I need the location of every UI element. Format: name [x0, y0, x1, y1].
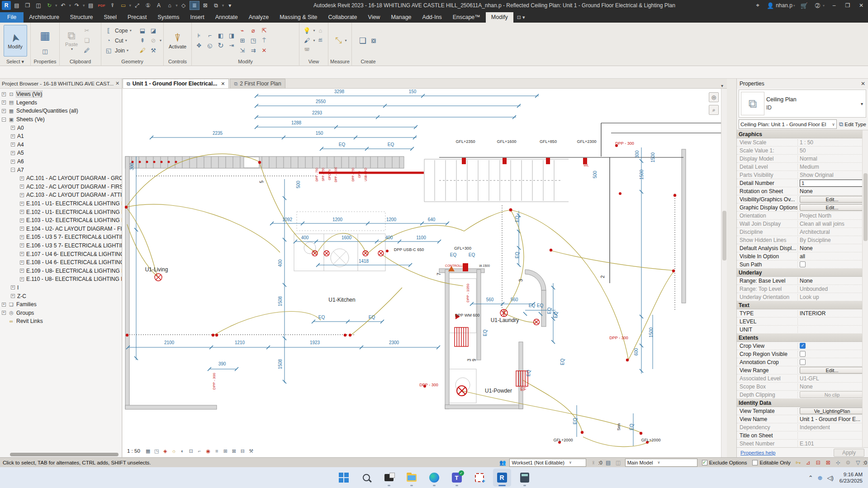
- tree-item-e-110-u8-electrical-lighting-p[interactable]: +E.110 - U8- ELECTRICAL& LIGHTING P: [0, 275, 122, 284]
- design-option-dropdown[interactable]: Main Model ∨: [625, 459, 697, 467]
- annotation-text[interactable]: EQ: [318, 315, 325, 320]
- align-icon[interactable]: ⊧: [194, 31, 204, 40]
- annotation-text[interactable]: 3298: [334, 89, 345, 94]
- panel-label-modify[interactable]: Modify: [192, 58, 299, 66]
- annotation-text[interactable]: EQ: [560, 359, 565, 365]
- paint-icon[interactable]: 🖌: [138, 46, 147, 55]
- annotation-text[interactable]: U1-Kitchen: [328, 297, 355, 303]
- annotation-text[interactable]: EQ: [388, 142, 394, 147]
- view-scale-button[interactable]: 1 : 50: [127, 448, 140, 454]
- section-header-text[interactable]: Text»: [737, 301, 868, 309]
- section-icon[interactable]: ◇: [179, 1, 189, 10]
- switch-windows-icon[interactable]: ⧉: [211, 1, 221, 10]
- delete-icon[interactable]: ✕: [259, 46, 269, 55]
- property-value[interactable]: None: [798, 187, 868, 195]
- annotation-text[interactable]: 9: [472, 359, 477, 361]
- annotation-text[interactable]: EQ: [339, 142, 346, 147]
- volume-icon[interactable]: ◁): [827, 474, 834, 481]
- annotation-text[interactable]: U1-Laundry: [491, 317, 519, 323]
- annotation-text[interactable]: 400: [301, 235, 309, 240]
- no-clip-button[interactable]: No clip: [800, 391, 864, 398]
- annotation-text[interactable]: EQ: [469, 252, 475, 257]
- crop-view-icon[interactable]: ⊡: [187, 447, 195, 455]
- zoom-tool-icon[interactable]: ⌕: [709, 105, 719, 115]
- panel-label-geometry[interactable]: Geometry: [101, 58, 163, 66]
- annotation-text[interactable]: CONTROLLER: [445, 264, 467, 267]
- annotation-text[interactable]: GFL+2000: [554, 438, 573, 442]
- print-icon[interactable]: ▤: [86, 1, 96, 10]
- annotation-text[interactable]: U1-Living: [145, 266, 168, 273]
- panel-label-controls[interactable]: Controls: [164, 58, 191, 66]
- hide-category-icon[interactable]: ◚: [302, 46, 312, 55]
- annotation-text[interactable]: EQ: [515, 252, 520, 259]
- analytical-model-icon[interactable]: ⊠: [230, 447, 238, 455]
- start-button[interactable]: [335, 469, 353, 487]
- worksets-icon[interactable]: 👥: [498, 460, 507, 466]
- vertical-scrollbar[interactable]: [721, 89, 727, 457]
- ribbon-tab-add-ins[interactable]: Add-Ins: [417, 12, 447, 23]
- annotation-text[interactable]: 7: [436, 273, 441, 275]
- type-combo[interactable]: Ceiling Plan: Unit 1 - Ground Floor El ∨: [739, 119, 837, 129]
- array-icon[interactable]: ⊞: [237, 36, 247, 45]
- annotation-text[interactable]: 1100: [416, 235, 426, 240]
- modify-tool-button[interactable]: ➤ Modify: [4, 25, 27, 57]
- annotation-text[interactable]: EQ: [547, 308, 552, 314]
- detail-number-input[interactable]: 1: [800, 180, 867, 187]
- annotation-text[interactable]: 300: [635, 150, 640, 158]
- ribbon-tab-steel[interactable]: Steel: [99, 12, 123, 23]
- annotation-text[interactable]: 1092: [282, 217, 293, 222]
- tree-item-i[interactable]: +I: [0, 284, 122, 292]
- annotation-text[interactable]: DPP - 300: [419, 383, 438, 387]
- design-options-icon[interactable]: ◫: [614, 460, 622, 466]
- tree-item-e-104-u2-ac-layout-diagram-fi[interactable]: +E.104 - U2- AC LAYOUT DIAGRAM - FI: [0, 225, 122, 233]
- view-template-button[interactable]: Ve_LightingPlan: [800, 407, 864, 414]
- undo-icon[interactable]: ↶: [58, 1, 68, 10]
- annotation-text[interactable]: SPP - 750: [322, 168, 325, 181]
- expand-icon[interactable]: +: [20, 202, 24, 206]
- property-value[interactable]: Architectural: [798, 228, 868, 236]
- manage-links-icon[interactable]: ▤: [604, 460, 612, 466]
- annotation-text[interactable]: EQ: [537, 303, 544, 308]
- properties-button[interactable]: ▦: [33, 26, 57, 46]
- paste-button[interactable]: ⧉ Paste ▾: [62, 25, 81, 57]
- shadows-icon[interactable]: ◐: [179, 447, 186, 455]
- annotation-text[interactable]: GPO TV: [328, 169, 331, 180]
- help-menu[interactable]: ➁▾: [815, 2, 825, 9]
- ribbon-tab-systems[interactable]: Systems: [152, 12, 185, 23]
- expand-icon[interactable]: +: [20, 235, 24, 239]
- offset-icon[interactable]: ⌐: [205, 31, 215, 40]
- tree-item-a7[interactable]: −A7: [0, 166, 122, 174]
- chevron-down-icon[interactable]: ▾: [861, 101, 863, 106]
- expand-icon[interactable]: +: [20, 218, 24, 223]
- property-value[interactable]: [798, 431, 868, 439]
- apply-button[interactable]: Apply: [834, 449, 864, 457]
- copy-icon[interactable]: ◵: [205, 41, 215, 50]
- annotation-text[interactable]: 640: [428, 217, 436, 222]
- tree-item-views-ve-[interactable]: +⊡Views (Ve): [0, 90, 122, 99]
- annotation-text[interactable]: 390: [218, 361, 226, 366]
- annotation-text[interactable]: 1923: [310, 340, 320, 345]
- customize-qat-icon[interactable]: ▾: [225, 1, 235, 10]
- measure-icon[interactable]: ⤡: [333, 36, 343, 45]
- property-value[interactable]: Show Original: [798, 171, 868, 179]
- annotation-text[interactable]: 1600: [342, 235, 352, 240]
- chevron-down-icon[interactable]: ▾: [83, 3, 85, 8]
- property-value[interactable]: U1-GFL: [798, 374, 868, 382]
- tray-chevron-icon[interactable]: ⌃: [808, 474, 813, 481]
- annotation-text[interactable]: Sen: [617, 423, 621, 431]
- cut-to-clipboard-icon[interactable]: ✂: [82, 26, 92, 35]
- annotation-text[interactable]: 300: [129, 162, 134, 170]
- project-browser-header[interactable]: Project Browser - 16-18 WHITLING AVE CAS…: [0, 79, 122, 89]
- visual-style-icon[interactable]: ◈: [161, 447, 169, 455]
- expand-icon[interactable]: +: [11, 142, 15, 147]
- revit-logo[interactable]: R: [2, 1, 11, 10]
- expand-icon[interactable]: +: [20, 261, 24, 265]
- linework-icon[interactable]: ≝: [316, 36, 326, 45]
- annotation-text[interactable]: 2300: [389, 340, 399, 345]
- property-value[interactable]: all: [798, 252, 868, 260]
- tree-item-sheets-ve-[interactable]: −▣Sheets (Ve): [0, 115, 122, 124]
- tree-item-a5[interactable]: +A5: [0, 149, 122, 157]
- revit-taskbar-button[interactable]: R: [493, 469, 511, 487]
- chevron-down-icon[interactable]: ▾: [69, 3, 71, 8]
- mirror-draw-axis-icon[interactable]: ◨: [227, 31, 237, 40]
